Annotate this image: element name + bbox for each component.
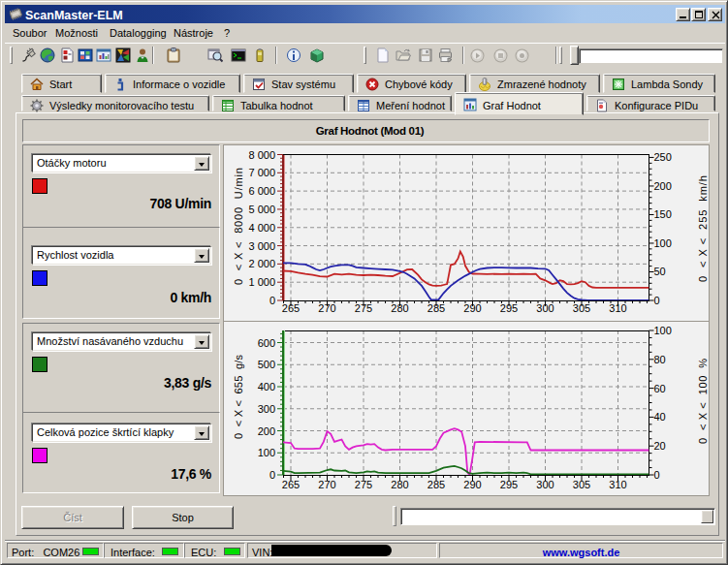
svg-text:150: 150 [654, 208, 672, 220]
svg-text:0: 0 [654, 295, 660, 306]
svg-text:275: 275 [355, 479, 372, 490]
svg-text:0 < X < 655 g/s: 0 < X < 655 g/s [233, 355, 244, 440]
svg-text:500: 500 [258, 359, 275, 370]
svg-text:310: 310 [609, 302, 626, 314]
svg-text:600: 600 [258, 337, 275, 349]
svg-text:6 000: 6 000 [248, 185, 275, 197]
svg-text:300: 300 [536, 302, 554, 314]
svg-text:280: 280 [391, 302, 408, 314]
svg-text:60: 60 [654, 383, 666, 394]
svg-text:100: 100 [654, 325, 672, 336]
svg-text:100: 100 [258, 447, 275, 458]
svg-text:275: 275 [355, 302, 372, 314]
svg-text:270: 270 [318, 302, 335, 314]
svg-text:3 000: 3 000 [248, 240, 275, 252]
svg-text:265: 265 [282, 302, 300, 314]
svg-text:200: 200 [654, 180, 672, 192]
svg-text:80: 80 [654, 354, 666, 365]
svg-text:290: 290 [463, 479, 481, 490]
svg-text:2 000: 2 000 [248, 258, 275, 269]
svg-text:4 000: 4 000 [248, 222, 275, 234]
svg-text:100: 100 [654, 237, 672, 249]
svg-text:270: 270 [318, 479, 335, 490]
svg-text:300: 300 [258, 403, 275, 415]
svg-text:305: 305 [573, 302, 590, 314]
svg-text:280: 280 [391, 479, 408, 490]
svg-text:310: 310 [609, 479, 626, 490]
svg-text:200: 200 [258, 425, 275, 437]
svg-text:250: 250 [654, 151, 672, 163]
svg-text:290: 290 [463, 302, 481, 314]
svg-text:0: 0 [654, 469, 660, 481]
svg-text:0: 0 [269, 295, 275, 306]
svg-text:295: 295 [500, 302, 518, 314]
svg-text:305: 305 [573, 479, 590, 490]
svg-text:7 000: 7 000 [248, 167, 275, 178]
svg-text:40: 40 [654, 411, 666, 423]
svg-text:295: 295 [500, 479, 518, 490]
svg-text:50: 50 [654, 266, 666, 277]
svg-text:0: 0 [269, 469, 275, 481]
svg-text:20: 20 [654, 440, 666, 452]
svg-text:400: 400 [258, 381, 275, 392]
svg-text:285: 285 [427, 302, 445, 314]
svg-text:8 000: 8 000 [248, 149, 275, 161]
svg-text:1 000: 1 000 [248, 276, 275, 288]
svg-text:0 < X < 8000 U/min: 0 < X < 8000 U/min [233, 168, 244, 285]
svg-text:300: 300 [536, 479, 554, 490]
svg-text:285: 285 [427, 479, 445, 490]
svg-text:0 < X < 100 %: 0 < X < 100 % [697, 359, 709, 444]
svg-text:5 000: 5 000 [248, 204, 275, 215]
svg-text:265: 265 [282, 479, 300, 490]
svg-text:0 < X < 255 km/h: 0 < X < 255 km/h [697, 175, 709, 282]
